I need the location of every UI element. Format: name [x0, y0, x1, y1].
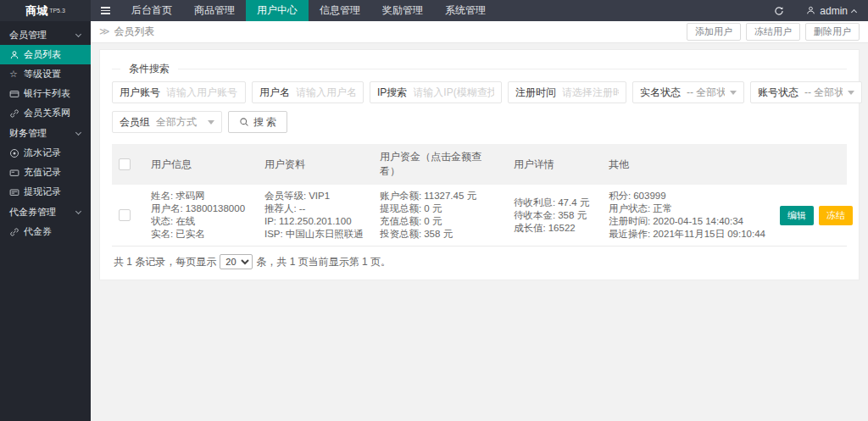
- cell-user-profile: 会员等级:VIP1 推荐人:-- IP:112.250.201.100 ISP:…: [258, 185, 373, 247]
- topbar: 商城TP5.3 后台首页 商品管理 用户中心 信息管理 奖励管理 系统管理 ad…: [0, 0, 868, 21]
- member-table: 用户信息 用户资料 用户资金（点击金额查看） 用户详情 其他 姓名:求码网 用户…: [112, 144, 847, 247]
- nav-item-dashboard[interactable]: 后台首页: [120, 0, 183, 21]
- link-icon: [9, 108, 19, 119]
- chevron-down-icon: [75, 30, 81, 36]
- freeze-button[interactable]: 冻结: [819, 206, 853, 225]
- select-all-checkbox[interactable]: [119, 158, 131, 170]
- admin-username: admin: [820, 5, 848, 17]
- growth-value: 16522: [548, 223, 576, 233]
- user-phone-link[interactable]: 13800138000: [186, 203, 245, 213]
- ip-address: 112.250.201.100: [279, 216, 351, 226]
- online-status: 在线: [175, 216, 195, 226]
- user-status: 正常: [653, 203, 672, 213]
- sidebar-group-voucher-mgmt[interactable]: 代金券管理: [0, 202, 91, 222]
- realname-status: 已实名: [175, 229, 205, 239]
- reg-time-input[interactable]: [562, 86, 619, 98]
- points: 603999: [633, 191, 665, 201]
- account-field-group: 用户账号: [112, 81, 246, 103]
- chevron-up-icon: [851, 8, 857, 14]
- brand-logo: 商城TP5.3: [0, 0, 91, 21]
- refresh-icon[interactable]: [764, 0, 794, 21]
- nav-item-products[interactable]: 商品管理: [183, 0, 246, 21]
- sidebar-item-member-list[interactable]: 会员列表: [0, 45, 91, 64]
- ip-field-group: IP搜索: [370, 81, 502, 103]
- reg-time-field-group: 注册时间: [508, 81, 626, 103]
- nav-item-system[interactable]: 系统管理: [434, 0, 497, 21]
- user-name: 求码网: [175, 191, 205, 201]
- search-button[interactable]: 搜 索: [228, 111, 287, 133]
- cell-user-info: 姓名:求码网 用户名:13800138000 状态:在线 实名:已实名: [144, 185, 258, 247]
- caret-down-icon: [848, 91, 854, 95]
- ip-search-input[interactable]: [413, 86, 494, 98]
- pagination: 共 1 条记录，每页显示 20 条，共 1 页当前显示第 1 页。: [112, 247, 847, 273]
- brand-name: 商城: [25, 3, 47, 19]
- referrer: --: [299, 203, 306, 213]
- account-input[interactable]: [166, 86, 238, 98]
- breadcrumb-bar: ≫会员列表 添加用户 冻结用户 删除用户: [91, 21, 868, 43]
- col-header-user-funds: 用户资金（点击金额查看）: [373, 144, 507, 185]
- sidebar-item-vouchers[interactable]: 代金券: [0, 222, 91, 241]
- col-header-user-details: 用户详情: [507, 144, 602, 185]
- add-user-button[interactable]: 添加用户: [687, 23, 741, 41]
- caret-down-icon: [208, 120, 214, 125]
- sidebar-item-withdraw-records[interactable]: 提现记录: [0, 182, 91, 202]
- nav-item-user-center[interactable]: 用户中心: [246, 0, 309, 21]
- withdraw-total[interactable]: 0 元: [424, 203, 442, 213]
- username-field-group: 用户名: [252, 81, 364, 103]
- sidebar-item-bank-cards[interactable]: 银行卡列表: [0, 84, 91, 103]
- col-header-other: 其他: [602, 144, 773, 185]
- realname-status-select[interactable]: 实名状态 -- 全部状态 --: [632, 81, 744, 103]
- cell-other: 积分:603999 用户状态:正常 注册时间:2020-04-15 14:40:…: [602, 185, 773, 247]
- col-header-user-info: 用户信息: [144, 144, 258, 185]
- pending-interest: 47.4 元: [558, 197, 589, 208]
- search-fieldset: 条件搜索: [112, 62, 847, 76]
- bank-card-icon: [9, 89, 19, 99]
- username-input[interactable]: [296, 86, 356, 98]
- withdraw-card-icon: [9, 187, 19, 197]
- link-icon: [9, 227, 19, 237]
- register-time: 2020-04-15 14:40:34: [653, 216, 743, 226]
- brand-version: TP5.3: [49, 8, 65, 14]
- invest-total[interactable]: 358 元: [424, 229, 453, 239]
- chevron-down-icon: [75, 208, 81, 213]
- breadcrumb-label: 会员列表: [114, 25, 155, 37]
- hamburger-menu-icon[interactable]: [91, 0, 120, 21]
- sidebar-group-finance-mgmt[interactable]: 财务管理: [0, 123, 91, 143]
- user-icon: [9, 50, 19, 60]
- delete-user-button[interactable]: 删除用户: [805, 23, 860, 41]
- admin-user-menu[interactable]: admin: [794, 0, 868, 21]
- account-balance[interactable]: 11327.45 元: [424, 191, 476, 201]
- page-size-select[interactable]: 20: [220, 254, 253, 269]
- star-icon: ☆: [9, 69, 19, 79]
- chevron-down-icon: [75, 129, 81, 135]
- search-icon: [239, 117, 249, 127]
- nav-item-info[interactable]: 信息管理: [309, 0, 371, 21]
- breadcrumb-symbol: ≫: [99, 25, 110, 37]
- sidebar-group-member-mgmt[interactable]: 会员管理: [0, 25, 91, 45]
- sidebar-item-flow-records[interactable]: 流水记录: [0, 143, 91, 163]
- account-status-select[interactable]: 账号状态 -- 全部状态 --: [750, 81, 862, 103]
- search-legend: 条件搜索: [120, 62, 178, 76]
- sidebar-item-level-settings[interactable]: ☆ 等级设置: [0, 64, 91, 84]
- freeze-user-button[interactable]: 冻结用户: [746, 23, 800, 41]
- caret-down-icon: [730, 91, 737, 95]
- pagination-suffix: 条，共 1 页当前显示第 1 页。: [256, 255, 391, 269]
- pending-principal: 358 元: [558, 210, 587, 220]
- member-group-select[interactable]: 会员组 全部方式: [112, 111, 222, 133]
- table-row: 姓名:求码网 用户名:13800138000 状态:在线 实名:已实名 会员等级…: [112, 185, 847, 247]
- cell-user-details: 待收利息:47.4 元 待收本金:358 元 成长值:16522: [507, 185, 602, 247]
- sidebar-item-recharge-records[interactable]: 充值记录: [0, 163, 91, 182]
- recharge-total[interactable]: 0 元: [424, 216, 442, 226]
- vip-level: VIP1: [309, 191, 330, 201]
- coin-icon: [9, 148, 19, 158]
- nav-item-rewards[interactable]: 奖励管理: [371, 0, 434, 21]
- sidebar-item-member-network[interactable]: 会员关系网: [0, 103, 91, 123]
- edit-button[interactable]: 编辑: [780, 206, 814, 225]
- top-nav: 后台首页 商品管理 用户中心 信息管理 奖励管理 系统管理: [120, 0, 497, 21]
- member-list-card: 条件搜索 用户账号 用户名 IP搜索: [99, 49, 860, 280]
- recharge-card-icon: [9, 168, 19, 178]
- cell-user-funds: 账户余额:11327.45 元 提现总额:0 元 充值总额:0 元 投资总额:3…: [373, 185, 507, 247]
- row-checkbox[interactable]: [119, 209, 131, 221]
- breadcrumb: ≫会员列表: [99, 25, 155, 39]
- user-icon: [806, 6, 815, 15]
